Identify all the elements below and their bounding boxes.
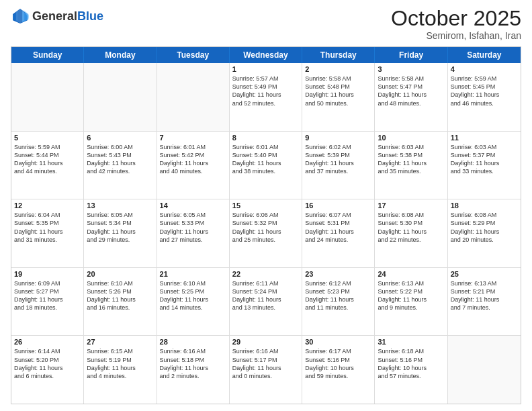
calendar-row: 26Sunrise: 6:14 AMSunset: 5:20 PMDayligh… [11,336,521,404]
day-number: 10 [378,134,444,142]
logo: GeneralBlue [11,7,103,26]
calendar-cell: 5Sunrise: 5:59 AMSunset: 5:44 PMDaylight… [11,132,84,199]
calendar-cell: 29Sunrise: 6:16 AMSunset: 5:17 PMDayligh… [230,336,302,404]
cell-info-line: Sunrise: 5:59 AM [14,143,81,151]
cell-info-line: Sunrise: 6:14 AM [14,347,81,355]
calendar-cell: 21Sunrise: 6:10 AMSunset: 5:25 PMDayligh… [157,268,230,336]
cell-info-line: Sunrise: 6:07 AM [305,211,371,219]
cell-info-line: and 46 minutes. [451,99,518,107]
cell-info-line: Sunrise: 6:10 AM [87,279,153,287]
cell-info-line: Daylight: 11 hours [232,228,299,236]
weekday-header: Friday [375,47,447,63]
cell-info-line: Daylight: 11 hours [14,159,81,167]
cell-info-line: Daylight: 11 hours [160,228,226,236]
day-number: 26 [14,338,81,346]
cell-info-line: Sunset: 5:24 PM [232,287,299,295]
cell-info-line: Sunset: 5:26 PM [87,287,153,295]
cell-info-line: and 42 minutes. [87,167,153,175]
calendar-row: 19Sunrise: 6:09 AMSunset: 5:27 PMDayligh… [11,268,521,336]
calendar-cell: 20Sunrise: 6:10 AMSunset: 5:26 PMDayligh… [84,268,157,336]
cell-info-line: and 24 minutes. [305,236,371,244]
calendar-cell: 6Sunrise: 6:00 AMSunset: 5:43 PMDaylight… [84,132,157,199]
calendar-cell [84,63,157,131]
cell-info-line: and 2 minutes. [160,372,226,380]
calendar-cell: 26Sunrise: 6:14 AMSunset: 5:20 PMDayligh… [11,336,84,404]
calendar-cell: 12Sunrise: 6:04 AMSunset: 5:35 PMDayligh… [11,199,84,267]
calendar: SundayMondayTuesdayWednesdayThursdayFrid… [11,46,521,404]
subtitle: Semirom, Isfahan, Iran [391,30,521,41]
calendar-cell: 7Sunrise: 6:01 AMSunset: 5:42 PMDaylight… [157,132,230,199]
calendar-cell: 14Sunrise: 6:05 AMSunset: 5:33 PMDayligh… [157,199,230,267]
cell-info-line: Sunrise: 6:08 AM [378,211,444,219]
cell-info-line: Daylight: 11 hours [451,228,518,236]
cell-info-line: Sunset: 5:30 PM [378,219,444,227]
cell-info-line: Sunrise: 6:06 AM [232,211,299,219]
calendar-cell: 13Sunrise: 6:05 AMSunset: 5:34 PMDayligh… [84,199,157,267]
cell-info-line: Sunrise: 6:11 AM [232,279,299,287]
cell-info-line: and 22 minutes. [378,236,444,244]
cell-info-line: and 13 minutes. [232,304,299,312]
cell-info-line: and 16 minutes. [87,304,153,312]
day-number: 7 [160,134,226,142]
weekday-header: Wednesday [230,47,302,63]
cell-info-line: Daylight: 11 hours [378,91,444,99]
day-number: 28 [160,338,226,346]
cell-info-line: Daylight: 11 hours [305,228,371,236]
page: GeneralBlue October 2025 Semirom, Isfaha… [0,0,532,411]
cell-info-line: Sunset: 5:43 PM [87,151,153,159]
calendar-body: 1Sunrise: 5:57 AMSunset: 5:49 PMDaylight… [11,63,521,404]
day-number: 16 [305,201,371,210]
cell-info-line: Daylight: 11 hours [378,159,444,167]
cell-info-line: Sunset: 5:37 PM [451,151,518,159]
calendar-cell: 27Sunrise: 6:15 AMSunset: 5:19 PMDayligh… [84,336,157,404]
cell-info-line: Daylight: 11 hours [87,295,153,304]
logo-text: GeneralBlue [32,9,103,24]
cell-info-line: Daylight: 11 hours [451,91,518,99]
cell-info-line: Sunset: 5:29 PM [451,219,518,227]
cell-info-line: Sunset: 5:32 PM [232,219,299,227]
cell-info-line: Sunrise: 6:05 AM [87,211,153,219]
day-number: 6 [87,134,153,142]
weekday-header: Sunday [11,47,84,63]
day-number: 4 [451,65,518,73]
weekday-header: Saturday [448,47,521,63]
cell-info-line: and 14 minutes. [160,304,226,312]
cell-info-line: and 31 minutes. [14,236,81,244]
calendar-cell: 18Sunrise: 6:08 AMSunset: 5:29 PMDayligh… [448,199,521,267]
logo-blue: Blue [77,9,103,24]
cell-info-line: and 6 minutes. [14,372,81,380]
weekday-header: Monday [84,47,157,63]
day-number: 9 [305,134,371,142]
cell-info-line: and 40 minutes. [160,167,226,175]
calendar-cell: 3Sunrise: 5:58 AMSunset: 5:47 PMDaylight… [375,63,447,131]
cell-info-line: and 52 minutes. [232,99,299,107]
cell-info-line: Sunrise: 6:05 AM [160,211,226,219]
day-number: 8 [232,134,299,142]
day-number: 17 [378,201,444,210]
cell-info-line: and 37 minutes. [305,167,371,175]
cell-info-line: Daylight: 11 hours [305,159,371,167]
cell-info-line: Sunrise: 6:13 AM [378,279,444,287]
cell-info-line: and 7 minutes. [451,304,518,312]
cell-info-line: Sunrise: 6:00 AM [87,143,153,151]
cell-info-line: Sunset: 5:40 PM [232,151,299,159]
calendar-row: 12Sunrise: 6:04 AMSunset: 5:35 PMDayligh… [11,199,521,268]
cell-info-line: Sunrise: 6:02 AM [305,143,371,151]
calendar-cell: 22Sunrise: 6:11 AMSunset: 5:24 PMDayligh… [230,268,302,336]
cell-info-line: Sunset: 5:35 PM [14,219,81,227]
cell-info-line: and 4 minutes. [87,372,153,380]
calendar-cell: 24Sunrise: 6:13 AMSunset: 5:22 PMDayligh… [375,268,447,336]
calendar-header: SundayMondayTuesdayWednesdayThursdayFrid… [11,47,521,63]
cell-info-line: Sunrise: 6:16 AM [232,347,299,355]
cell-info-line: Sunset: 5:49 PM [232,83,299,91]
logo-general: General [32,9,77,24]
cell-info-line: Daylight: 10 hours [305,364,371,372]
calendar-cell: 9Sunrise: 6:02 AMSunset: 5:39 PMDaylight… [302,132,375,199]
cell-info-line: Sunset: 5:33 PM [160,219,226,227]
cell-info-line: Daylight: 11 hours [87,364,153,372]
cell-info-line: Sunset: 5:27 PM [14,287,81,295]
day-number: 19 [14,270,81,278]
cell-info-line: Sunset: 5:18 PM [160,356,226,364]
cell-info-line: and 44 minutes. [14,167,81,175]
cell-info-line: and 27 minutes. [160,236,226,244]
